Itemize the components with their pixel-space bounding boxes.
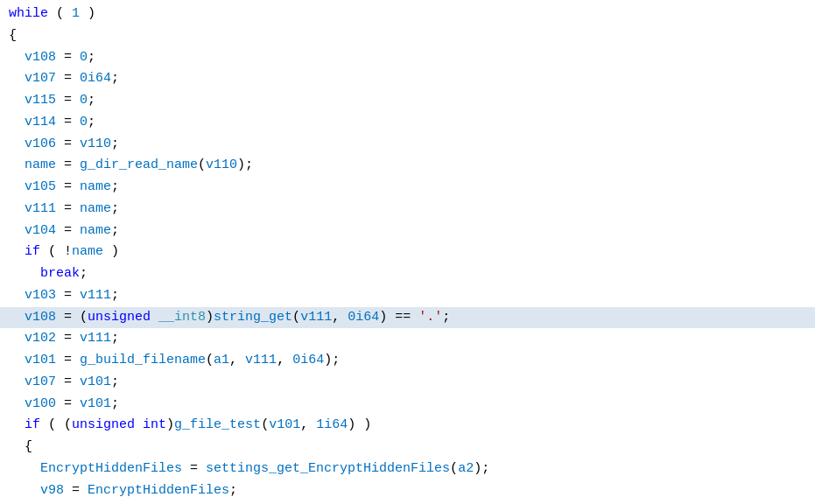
variable: v98 bbox=[9, 483, 64, 498]
variable: v101 bbox=[9, 353, 56, 368]
variable: v107 bbox=[9, 374, 56, 389]
variable: v101 bbox=[269, 417, 300, 432]
code-text: = bbox=[56, 288, 80, 303]
number: 0i64 bbox=[80, 71, 111, 86]
code-line: v111 = name; bbox=[0, 199, 815, 220]
code-text: = bbox=[56, 115, 80, 130]
number: 0i64 bbox=[292, 353, 324, 368]
code-line: if ( !name ) bbox=[0, 242, 815, 263]
code-line: v104 = name; bbox=[0, 220, 815, 242]
code-line: break; bbox=[0, 263, 815, 285]
variable: v108 bbox=[9, 310, 56, 325]
code-text: ) bbox=[206, 310, 214, 325]
code-text: ; bbox=[88, 50, 95, 65]
keyword: while bbox=[9, 6, 48, 21]
variable: v101 bbox=[80, 396, 111, 411]
code-text: ( bbox=[261, 417, 269, 432]
code-text: ( ! bbox=[40, 244, 72, 259]
code-line: v107 = v101; bbox=[0, 372, 815, 394]
code-text: ; bbox=[111, 71, 119, 86]
variable: v101 bbox=[80, 374, 111, 389]
code-text: ; bbox=[88, 115, 95, 130]
code-text: ; bbox=[111, 396, 119, 411]
variable: a2 bbox=[458, 461, 474, 476]
variable: v107 bbox=[9, 71, 56, 86]
code-text: , bbox=[332, 310, 348, 325]
variable: v110 bbox=[206, 158, 237, 172]
string-literal: '.' bbox=[418, 310, 442, 325]
code-line: v106 = v110; bbox=[0, 134, 815, 156]
variable: name bbox=[80, 223, 111, 238]
code-text: = bbox=[56, 396, 80, 411]
number: 0 bbox=[80, 115, 88, 130]
variable: v105 bbox=[9, 179, 56, 194]
code-text bbox=[9, 244, 25, 259]
code-text: = bbox=[56, 374, 80, 389]
function: g_dir_read_name bbox=[80, 158, 198, 172]
code-text: , bbox=[229, 353, 245, 368]
variable: v111 bbox=[80, 331, 111, 346]
code-text: ; bbox=[111, 201, 119, 216]
variable: v110 bbox=[80, 136, 111, 151]
code-line: v115 = 0; bbox=[0, 90, 815, 112]
number: 0 bbox=[80, 50, 88, 65]
code-line: v108 = 0; bbox=[0, 47, 815, 69]
code-text: = bbox=[56, 331, 80, 346]
variable: v111 bbox=[300, 310, 332, 325]
code-text: ; bbox=[442, 310, 450, 325]
variable: EncryptHiddenFiles bbox=[88, 483, 229, 498]
variable: v106 bbox=[9, 136, 56, 151]
code-text: ) bbox=[80, 6, 95, 21]
code-text: = bbox=[64, 483, 88, 498]
code-text: = ( bbox=[56, 310, 88, 325]
code-line: v114 = 0; bbox=[0, 112, 815, 134]
function: string_get bbox=[214, 310, 292, 325]
code-text: ) bbox=[103, 244, 119, 259]
variable: v104 bbox=[9, 223, 56, 238]
code-text: ; bbox=[111, 136, 119, 151]
code-line: v98 = EncryptHiddenFiles; bbox=[0, 480, 815, 502]
number: 1 bbox=[72, 6, 80, 21]
code-text: ( ( bbox=[40, 417, 72, 432]
code-text: ; bbox=[229, 483, 237, 498]
code-text: ); bbox=[474, 461, 489, 476]
variable: v103 bbox=[9, 288, 56, 303]
code-text: { bbox=[9, 28, 17, 43]
code-line: v100 = v101; bbox=[0, 394, 815, 416]
variable: name bbox=[80, 201, 111, 216]
number: 1i64 bbox=[316, 417, 348, 432]
code-text bbox=[9, 417, 25, 432]
code-text: = bbox=[56, 353, 80, 368]
code-line: v101 = g_build_filename(a1, v111, 0i64); bbox=[0, 350, 815, 372]
keyword: unsigned int bbox=[72, 417, 166, 432]
code-text: ( bbox=[206, 353, 214, 368]
code-text: { bbox=[9, 439, 32, 454]
type: __int8 bbox=[158, 310, 206, 325]
function: g_build_filename bbox=[80, 353, 206, 368]
variable: name bbox=[72, 244, 103, 259]
code-text: = bbox=[56, 179, 80, 194]
code-text: ( bbox=[48, 6, 72, 21]
variable: v111 bbox=[9, 201, 56, 216]
variable: v115 bbox=[9, 93, 56, 108]
code-line: while ( 1 ) bbox=[0, 4, 815, 25]
keyword: break bbox=[40, 266, 80, 281]
code-text: ( bbox=[292, 310, 300, 325]
code-text: , bbox=[277, 353, 292, 368]
code-text: ; bbox=[111, 331, 119, 346]
code-text: ) bbox=[166, 417, 174, 432]
code-text: ) == bbox=[379, 310, 418, 325]
code-line-highlighted: v108 = (unsigned __int8)string_get(v111,… bbox=[0, 307, 815, 329]
code-text: = bbox=[56, 93, 80, 108]
code-text: ; bbox=[111, 374, 119, 389]
code-text: ; bbox=[111, 223, 119, 238]
code-text bbox=[9, 266, 40, 281]
code-line: { bbox=[0, 25, 815, 47]
variable: name bbox=[9, 158, 56, 172]
code-text: = bbox=[56, 201, 80, 216]
code-text: = bbox=[56, 158, 80, 172]
number: 0i64 bbox=[348, 310, 379, 325]
variable: v111 bbox=[245, 353, 277, 368]
variable: a1 bbox=[214, 353, 229, 368]
code-line: EncryptHiddenFiles = settings_get_Encryp… bbox=[0, 458, 815, 480]
